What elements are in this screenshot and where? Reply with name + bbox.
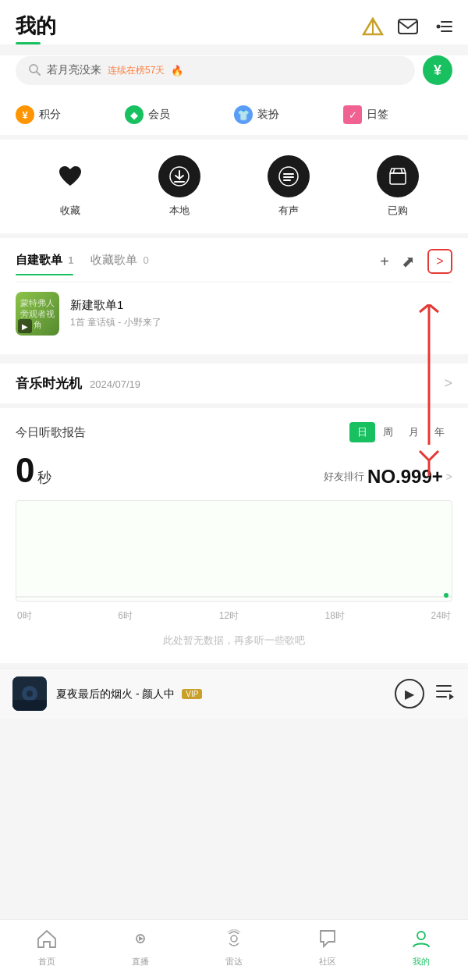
nav-home[interactable]: 首页 bbox=[0, 926, 94, 971]
search-tag: 连续在榜57天 bbox=[108, 64, 165, 77]
menu-icon[interactable] bbox=[432, 18, 452, 40]
report-tab-year[interactable]: 年 bbox=[427, 422, 452, 442]
svg-line-8 bbox=[37, 72, 40, 75]
quick-item-checkin[interactable]: ✓ 日签 bbox=[343, 105, 452, 124]
search-area: 若月亮没来 连续在榜57天 🔥 ¥ bbox=[0, 55, 468, 98]
nav-community[interactable]: 社区 bbox=[281, 926, 374, 971]
chart-no-data-text: 此处暂无数据，再多听一些歌吧 bbox=[16, 634, 452, 648]
playlist-actions: + ⬈ > bbox=[380, 249, 452, 274]
points-label: 积分 bbox=[39, 108, 61, 122]
mail-icon[interactable] bbox=[398, 18, 418, 40]
playlist-name: 新建歌单1 bbox=[70, 298, 452, 313]
report-tab-week[interactable]: 周 bbox=[375, 422, 401, 442]
tab-self-playlist[interactable]: 自建歌单 1 bbox=[16, 253, 73, 271]
main-funcs: 收藏 本地 有声 bbox=[0, 140, 468, 238]
live-icon bbox=[130, 929, 151, 953]
community-icon bbox=[317, 929, 338, 953]
svg-rect-20 bbox=[12, 700, 47, 711]
report-tab-day[interactable]: 日 bbox=[349, 422, 375, 442]
search-fire-icon: 🔥 bbox=[171, 65, 183, 76]
nav-live[interactable]: 直播 bbox=[94, 926, 187, 971]
report-duration: 0 秒 bbox=[16, 453, 51, 488]
duration-number: 0 bbox=[16, 453, 34, 488]
func-audio[interactable]: 有声 bbox=[268, 155, 310, 218]
header-icons bbox=[362, 16, 452, 42]
quick-item-points[interactable]: ¥ 积分 bbox=[16, 105, 125, 124]
divider-1 bbox=[0, 354, 468, 359]
rank-arrow-icon: > bbox=[446, 470, 452, 483]
mini-player-thumbnail bbox=[12, 676, 47, 711]
vip-icon: ◆ bbox=[125, 105, 144, 124]
func-collect[interactable]: 收藏 bbox=[49, 155, 91, 218]
nav-radar[interactable]: 雷达 bbox=[187, 926, 281, 971]
report-header: 今日听歌报告 日 周 月 年 bbox=[16, 422, 452, 442]
report-title: 今日听歌报告 bbox=[16, 425, 86, 440]
add-playlist-button[interactable]: + bbox=[380, 253, 389, 271]
bottom-nav: 首页 直播 雷达 社区 bbox=[0, 919, 468, 980]
chart-area bbox=[16, 500, 452, 602]
rank-label: 好友排行 bbox=[324, 470, 364, 484]
play-overlay-icon: ▶ bbox=[18, 319, 32, 333]
search-box[interactable]: 若月亮没来 连续在榜57天 🔥 bbox=[16, 56, 415, 85]
tab-fav-playlist[interactable]: 收藏歌单 0 bbox=[90, 253, 148, 271]
tent-icon[interactable] bbox=[362, 16, 384, 42]
local-icon bbox=[158, 155, 200, 197]
mini-play-button[interactable]: ▶ bbox=[395, 679, 424, 708]
expand-playlist-button[interactable]: > bbox=[427, 249, 452, 274]
profile-icon bbox=[411, 929, 431, 953]
chart-labels: 0时 6时 12时 18时 24时 bbox=[16, 609, 452, 623]
purchased-icon bbox=[377, 155, 419, 197]
chart-label-1: 6时 bbox=[118, 609, 133, 623]
report-tab-month[interactable]: 月 bbox=[401, 422, 427, 442]
fav-playlist-count: 0 bbox=[144, 254, 149, 266]
home-icon bbox=[37, 929, 57, 953]
quick-item-dress[interactable]: 👕 装扮 bbox=[234, 105, 343, 124]
purchased-label: 已购 bbox=[388, 204, 408, 218]
svg-rect-15 bbox=[390, 173, 406, 184]
checkin-label: 日签 bbox=[367, 108, 388, 122]
playlist-desc: 1首 童话镇 - 小野来了 bbox=[70, 316, 452, 329]
svg-point-3 bbox=[437, 24, 441, 28]
time-machine-arrow-icon: > bbox=[444, 375, 452, 392]
import-playlist-button[interactable]: ⬈ bbox=[402, 252, 415, 271]
local-label: 本地 bbox=[169, 204, 190, 218]
chart-label-0: 0时 bbox=[17, 609, 32, 623]
time-machine-section[interactable]: 音乐时光机 2024/07/19 > bbox=[0, 364, 468, 408]
quick-item-vip[interactable]: ◆ 会员 bbox=[125, 105, 234, 124]
chart-label-2: 12时 bbox=[219, 609, 239, 623]
func-purchased[interactable]: 已购 bbox=[377, 155, 419, 218]
svg-point-29 bbox=[417, 932, 425, 939]
dress-label: 装扮 bbox=[257, 108, 279, 122]
nav-community-label: 社区 bbox=[319, 956, 336, 968]
checkin-icon: ✓ bbox=[343, 105, 362, 124]
mini-player[interactable]: 夏夜最后的烟火 - 颜人中 VIP ▶ bbox=[0, 668, 468, 719]
nav-profile-label: 我的 bbox=[413, 956, 430, 968]
svg-marker-27 bbox=[139, 936, 144, 941]
search-yuan-button[interactable]: ¥ bbox=[423, 55, 452, 85]
report-section: 今日听歌报告 日 周 月 年 0 秒 好友排行 NO.999+ > bbox=[0, 408, 468, 668]
time-machine-left: 音乐时光机 2024/07/19 bbox=[16, 375, 140, 392]
report-tabs: 日 周 月 年 bbox=[349, 422, 452, 442]
collect-label: 收藏 bbox=[60, 204, 80, 218]
mini-queue-button[interactable] bbox=[435, 683, 456, 705]
radar-icon bbox=[224, 929, 244, 953]
report-rank[interactable]: 好友排行 NO.999+ > bbox=[324, 466, 452, 488]
nav-profile[interactable]: 我的 bbox=[374, 926, 468, 971]
list-item[interactable]: 蒙特弗人旁观者视角 ▶ 新建歌单1 1首 童话镇 - 小野来了 bbox=[16, 282, 452, 345]
playlist-thumbnail: 蒙特弗人旁观者视角 ▶ bbox=[16, 292, 59, 336]
report-stats: 0 秒 好友排行 NO.999+ > bbox=[16, 453, 452, 488]
chart-dot bbox=[444, 593, 448, 598]
svg-point-19 bbox=[27, 691, 33, 697]
nav-live-label: 直播 bbox=[132, 956, 149, 968]
func-local[interactable]: 本地 bbox=[158, 155, 200, 218]
svg-rect-2 bbox=[399, 20, 417, 34]
duration-unit: 秒 bbox=[37, 468, 51, 487]
time-machine-title: 音乐时光机 bbox=[16, 375, 82, 392]
rank-number: NO.999+ bbox=[367, 466, 443, 488]
mini-player-info: 夏夜最后的烟火 - 颜人中 VIP bbox=[56, 687, 385, 701]
vip-label: 会员 bbox=[148, 108, 170, 122]
mini-player-controls: ▶ bbox=[395, 679, 456, 708]
search-song-text: 若月亮没来 bbox=[47, 63, 101, 77]
playlist-items: 蒙特弗人旁观者视角 ▶ 新建歌单1 1首 童话镇 - 小野来了 bbox=[0, 282, 468, 354]
chart-label-4: 24时 bbox=[431, 609, 451, 623]
